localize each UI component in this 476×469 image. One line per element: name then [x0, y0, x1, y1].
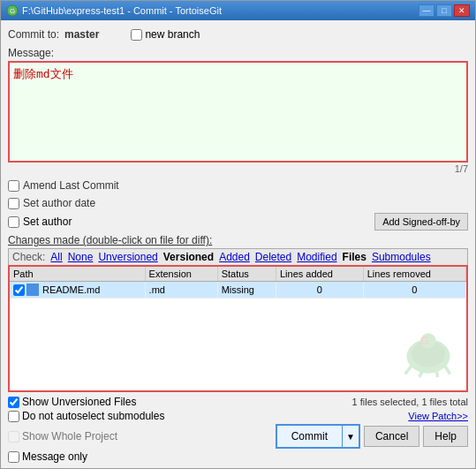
- author-row: Set author Add Signed-off-by: [8, 213, 468, 231]
- filter-none-link[interactable]: None: [68, 251, 94, 263]
- do-not-autoselect-label[interactable]: Do not autoselect submodules: [22, 410, 164, 422]
- filter-bar: Check: All None Unversioned Versioned Ad…: [8, 248, 468, 265]
- show-whole-project-label: Show Whole Project: [22, 430, 117, 443]
- svg-text:G: G: [420, 335, 429, 347]
- svg-text:G: G: [10, 7, 15, 15]
- file-table: Path Extension Status Lines added Lines …: [10, 267, 466, 299]
- changes-section: Changes made (double-click on file for d…: [8, 234, 468, 392]
- filter-added-link[interactable]: Added: [219, 251, 250, 263]
- filter-submodules-link[interactable]: Submodules: [372, 251, 431, 263]
- col-status: Status: [217, 267, 276, 282]
- tortoise-watermark: G: [397, 321, 459, 383]
- col-path: Path: [10, 267, 145, 282]
- svg-line-6: [419, 368, 425, 378]
- col-extension: Extension: [145, 267, 217, 282]
- message-label: Message:: [8, 47, 468, 59]
- checkboxes-section: Amend Last Commit Set author date Set au…: [8, 178, 468, 231]
- filter-unversioned-link[interactable]: Unversioned: [98, 251, 157, 263]
- svg-point-4: [420, 333, 436, 349]
- commit-to-label: Commit to:: [8, 28, 59, 41]
- svg-point-3: [412, 341, 446, 367]
- message-only-checkbox[interactable]: [8, 451, 19, 463]
- message-only-label[interactable]: Message only: [22, 450, 87, 463]
- commit-to-row: Commit to: master new branch: [8, 26, 468, 43]
- commit-button[interactable]: Commit: [277, 426, 342, 447]
- file-icon: [26, 284, 39, 296]
- help-button[interactable]: Help: [423, 426, 468, 447]
- new-branch-checkbox[interactable]: [131, 29, 142, 41]
- file-table-container: Path Extension Status Lines added Lines …: [8, 265, 468, 392]
- set-author-checkbox[interactable]: [8, 216, 19, 228]
- svg-line-8: [444, 364, 450, 374]
- title-controls: — □ ✕: [419, 4, 470, 17]
- table-row[interactable]: README.md.mdMissing00: [10, 282, 466, 299]
- title-bar: G F:\GitHub\express-test1 - Commit - Tor…: [1, 1, 475, 20]
- svg-line-5: [405, 364, 413, 374]
- add-signed-off-button[interactable]: Add Signed-off-by: [374, 213, 468, 231]
- set-author-date-row: Set author date: [8, 195, 468, 211]
- commit-dropdown-button[interactable]: ▼: [342, 426, 359, 447]
- view-patch-link[interactable]: View Patch>>: [408, 411, 468, 421]
- filter-versioned-link[interactable]: Versioned: [163, 251, 214, 263]
- row-lines-removed: 0: [363, 282, 465, 299]
- svg-line-7: [436, 368, 438, 378]
- set-author-date-label[interactable]: Set author date: [23, 197, 95, 209]
- row-lines-added: 0: [276, 282, 363, 299]
- filter-deleted-link[interactable]: Deleted: [255, 251, 291, 263]
- row-extension: .md: [145, 282, 217, 299]
- row-checkbox[interactable]: [13, 284, 25, 296]
- row-path: README.md: [42, 284, 100, 295]
- do-not-autoselect-section: Do not autoselect submodules: [8, 410, 164, 422]
- set-author-label[interactable]: Set author: [23, 216, 72, 228]
- app-icon: G: [6, 4, 19, 17]
- col-lines-added: Lines added: [276, 267, 363, 282]
- show-unversioned-label[interactable]: Show Unversioned Files: [22, 396, 136, 408]
- commit-button-group: Commit ▼: [276, 424, 360, 449]
- main-content: Commit to: master new branch Message: 1/…: [1, 20, 475, 468]
- window-title: F:\GitHub\express-test1 - Commit - Torto…: [22, 5, 222, 16]
- show-whole-project-section: Show Whole Project: [8, 430, 117, 443]
- new-branch-label[interactable]: new branch: [145, 28, 200, 41]
- bottom-section: Show Unversioned Files 1 files selected,…: [8, 396, 468, 463]
- filter-modified-link[interactable]: Modified: [297, 251, 336, 263]
- bottom-row1: Show Unversioned Files 1 files selected,…: [8, 396, 468, 408]
- file-table-body: README.md.mdMissing00: [10, 282, 466, 299]
- filter-files-link[interactable]: Files: [343, 251, 366, 263]
- maximize-button[interactable]: □: [436, 4, 452, 17]
- bottom-row3: Show Whole Project Commit ▼ Cancel Help: [8, 424, 468, 449]
- do-not-autoselect-checkbox[interactable]: [8, 411, 19, 422]
- message-input[interactable]: [8, 61, 468, 163]
- message-only-row: Message only: [8, 450, 468, 463]
- changes-label: Changes made (double-click on file for d…: [8, 234, 468, 246]
- message-counter: 1/7: [8, 163, 468, 174]
- bottom-row2: Do not autoselect submodules View Patch>…: [8, 410, 468, 422]
- new-branch-section: new branch: [131, 28, 200, 41]
- author-left: Set author: [8, 216, 72, 228]
- filter-all-link[interactable]: All: [50, 251, 62, 263]
- action-buttons: Commit ▼ Cancel Help: [276, 424, 468, 449]
- amend-last-row: Amend Last Commit: [8, 178, 468, 193]
- check-label: Check:: [12, 251, 45, 263]
- row-check-cell: README.md: [10, 282, 145, 299]
- main-window: G F:\GitHub\express-test1 - Commit - Tor…: [0, 0, 476, 469]
- amend-last-checkbox[interactable]: [8, 180, 19, 192]
- show-unversioned-checkbox[interactable]: [8, 397, 19, 408]
- row-status: Missing: [217, 282, 276, 299]
- title-bar-left: G F:\GitHub\express-test1 - Commit - Tor…: [6, 4, 222, 17]
- table-header-row: Path Extension Status Lines added Lines …: [10, 267, 466, 282]
- cancel-button[interactable]: Cancel: [364, 426, 419, 447]
- show-whole-project-checkbox: [8, 431, 19, 443]
- files-total-label: 1 files selected, 1 files total: [352, 397, 468, 407]
- message-section: Message: 1/7: [8, 47, 468, 174]
- set-author-date-checkbox[interactable]: [8, 198, 19, 209]
- col-lines-removed: Lines removed: [363, 267, 465, 282]
- show-unversioned-section: Show Unversioned Files: [8, 396, 136, 408]
- minimize-button[interactable]: —: [419, 4, 434, 17]
- amend-last-label[interactable]: Amend Last Commit: [23, 179, 119, 192]
- svg-point-2: [407, 339, 450, 374]
- close-button[interactable]: ✕: [454, 4, 470, 17]
- branch-value: master: [64, 28, 99, 41]
